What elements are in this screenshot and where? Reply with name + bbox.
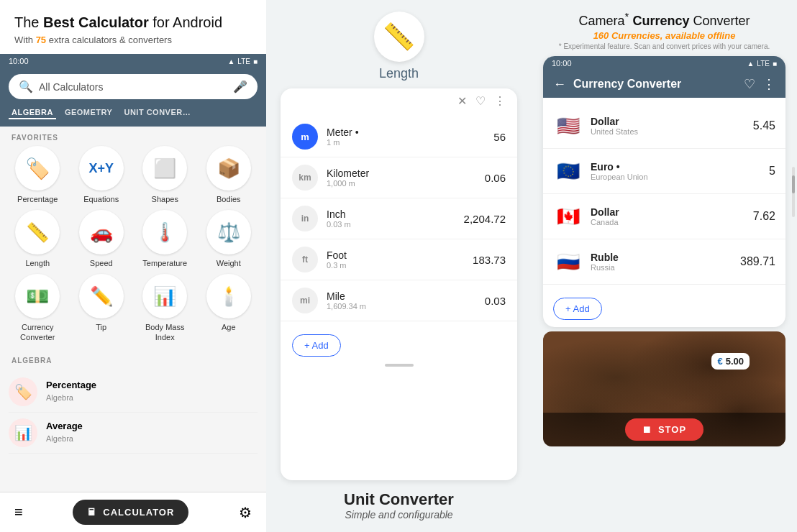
currency-row-rub[interactable]: 🇷🇺 Ruble Russia 389.71: [543, 239, 785, 285]
foot-sub: 0.3 m: [327, 261, 464, 270]
currency-row-eur[interactable]: 🇪🇺 Euro • European Union 5: [543, 149, 785, 194]
fav-temperature[interactable]: 🌡️ Temperature: [136, 210, 194, 268]
stop-label: STOP: [658, 424, 686, 435]
fav-tip[interactable]: ✏️ Tip: [73, 274, 131, 341]
fav-length-icon: 📏: [15, 210, 60, 254]
currency-row-cad[interactable]: 🇨🇦 Dollar Canada 7.62: [543, 194, 785, 239]
header-title: The Best Calculator for Android: [14, 13, 252, 32]
footer-subtitle: Simple and configurable: [281, 509, 517, 520]
tab-geometry[interactable]: GEOMETRY: [62, 106, 116, 119]
tab-unit-convert[interactable]: UNIT CONVER…: [121, 106, 193, 119]
category-tabs: ALGEBRA GEOMETRY UNIT CONVER…: [0, 106, 266, 127]
fav-length-label: Length: [25, 259, 50, 268]
menu-icon[interactable]: ≡: [14, 504, 23, 520]
search-input[interactable]: 🔍 All Calculators 🎤: [9, 74, 258, 99]
more-nav-icon[interactable]: ⋮: [762, 76, 775, 92]
close-icon[interactable]: ✕: [457, 94, 467, 108]
fav-shapes[interactable]: ⬜ Shapes: [136, 146, 194, 204]
favorites-grid: 🏷️ Percentage X+Y Equations ⬜ Shapes 📦 B…: [0, 146, 266, 349]
eur-country: European Union: [591, 173, 762, 181]
unit-row-inch[interactable]: in Inch 0.03 m 2,204.72: [281, 198, 517, 239]
fav-age[interactable]: 🕯️ Age: [200, 274, 258, 341]
currency-status-bar: 10:00 ▲ LTE ■: [543, 56, 785, 70]
usd-country: United States: [591, 127, 746, 136]
fav-bodies-icon: 📦: [206, 146, 251, 191]
fav-shapes-label: Shapes: [152, 195, 178, 204]
status-bar: 10:00 ▲ LTE ■: [0, 54, 266, 68]
fav-equations[interactable]: X+Y Equations: [73, 146, 131, 204]
list-item-percentage[interactable]: 🏷️ Percentage Algebra: [9, 372, 258, 413]
foot-badge: ft: [292, 247, 318, 272]
fav-temperature-icon: 🌡️: [142, 210, 187, 254]
currency-nav-bar: ← Currency Converter ♡ ⋮: [543, 70, 785, 98]
back-button[interactable]: ←: [553, 77, 566, 92]
rub-name: Ruble: [591, 252, 733, 263]
fav-currency-label: Currency Converter: [9, 323, 67, 341]
nav-icons: ♡ ⋮: [744, 76, 775, 92]
foot-name: Foot: [327, 249, 464, 261]
currency-row-usd[interactable]: 🇺🇸 Dollar United States 5.45: [543, 104, 785, 149]
inch-value: 2,204.72: [464, 213, 506, 225]
unit-row-mile[interactable]: mi Mile 1,609.34 m 0.03: [281, 280, 517, 321]
add-unit-button[interactable]: + Add: [292, 334, 341, 357]
calculator-button[interactable]: 🖩 CALCULATOR: [73, 500, 188, 525]
stop-icon: ⏹: [642, 424, 652, 435]
unit-converter-footer: Unit Converter Simple and configurable: [266, 480, 532, 532]
fav-currency[interactable]: 💵 Currency Converter: [9, 274, 67, 341]
list-average-text: Average Algebra: [46, 421, 83, 444]
currency-nav-title: Currency Converter: [573, 78, 737, 91]
unit-phone-screen: ✕ ♡ ⋮ m Meter • 1 m 56 km Kilometer 1,00…: [281, 88, 517, 480]
algebra-list: 🏷️ Percentage Algebra 📊 Average Algebra: [0, 369, 266, 457]
usd-name: Dollar: [591, 116, 746, 127]
fav-equations-icon: X+Y: [79, 146, 124, 191]
search-icon: 🔍: [19, 80, 33, 93]
heart-icon[interactable]: ♡: [475, 94, 486, 108]
fav-weight-label: Weight: [217, 259, 241, 268]
list-item-average[interactable]: 📊 Average Algebra: [9, 413, 258, 454]
mile-badge: mi: [292, 288, 318, 313]
phone-wrapper: 10:00 ▲ LTE ■ ← Currency Converter ♡ ⋮ 🇺…: [532, 56, 797, 327]
phone-top-bar: ✕ ♡ ⋮: [281, 88, 517, 111]
eur-name: Euro •: [591, 161, 762, 173]
fav-percentage[interactable]: 🏷️ Percentage: [9, 146, 67, 204]
ruler-icon: 📏: [374, 12, 424, 62]
camera-overlay: ⏹ STOP: [543, 413, 785, 446]
fav-tip-label: Tip: [96, 323, 106, 332]
tab-algebra[interactable]: ALGEBRA: [9, 106, 56, 119]
settings-icon[interactable]: ⚙: [239, 504, 252, 521]
fav-tip-icon: ✏️: [79, 274, 124, 318]
cad-country: Canada: [591, 218, 746, 226]
mic-icon[interactable]: 🎤: [233, 80, 247, 93]
more-icon[interactable]: ⋮: [494, 94, 506, 108]
home-indicator: [385, 364, 414, 367]
km-badge: km: [292, 165, 318, 191]
heart-nav-icon[interactable]: ♡: [744, 76, 755, 92]
currency-status-icons: ▲ LTE ■: [747, 60, 777, 68]
currency-promo-header: Camera* Currency Converter 160 Currencie…: [532, 0, 797, 56]
currency-list: 🇺🇸 Dollar United States 5.45 🇪🇺 Euro • E…: [543, 98, 785, 290]
add-currency-button[interactable]: + Add: [553, 298, 602, 320]
fav-length[interactable]: 📏 Length: [9, 210, 67, 268]
fav-weight[interactable]: ⚖️ Weight: [200, 210, 258, 268]
fav-bmi-label: Body Mass Index: [136, 323, 194, 341]
fav-speed[interactable]: 🚗 Speed: [73, 210, 131, 268]
list-percentage-text: Percentage Algebra: [46, 380, 96, 403]
price-value: 5.00: [726, 356, 744, 367]
fav-bodies[interactable]: 📦 Bodies: [200, 146, 258, 204]
unit-row-km[interactable]: km Kilometer 1,000 m 0.06: [281, 157, 517, 198]
fav-age-icon: 🕯️: [206, 274, 251, 318]
eur-flag: 🇪🇺: [553, 156, 583, 186]
status-icons: ▲ LTE ■: [227, 58, 258, 65]
fav-bmi[interactable]: 📊 Body Mass Index: [136, 274, 194, 341]
inch-name: Inch: [327, 208, 455, 220]
fav-percentage-icon: 🏷️: [15, 146, 60, 191]
km-info: Kilometer 1,000 m: [327, 168, 476, 188]
unit-row-foot[interactable]: ft Foot 0.3 m 183.73: [281, 239, 517, 280]
usd-flag: 🇺🇸: [553, 111, 583, 141]
scrollbar-thumb: [792, 175, 795, 193]
unit-row-meter[interactable]: m Meter • 1 m 56: [281, 116, 517, 157]
stop-button[interactable]: ⏹ STOP: [625, 418, 703, 441]
meter-sub: 1 m: [327, 138, 485, 147]
app-header: The Best Calculator for Android With 75 …: [0, 0, 266, 54]
mile-sub: 1,609.34 m: [327, 302, 476, 311]
